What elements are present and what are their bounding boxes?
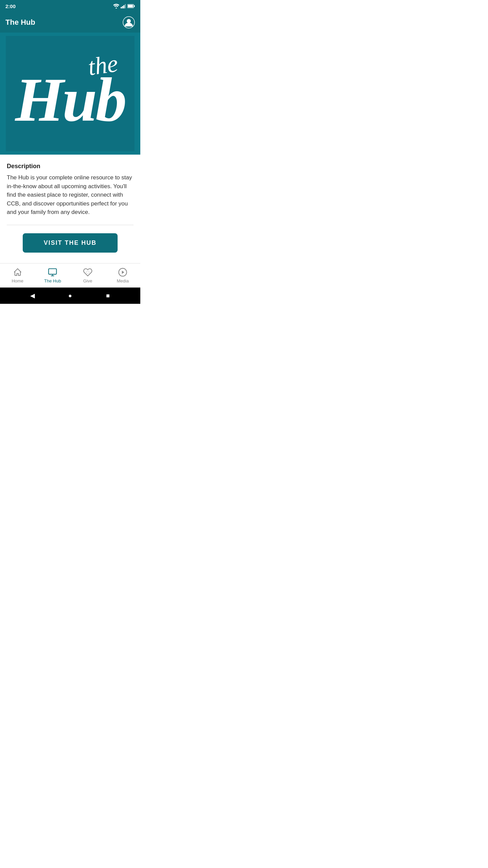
description-text: The Hub is your complete online resource… [7, 173, 134, 217]
status-icons [113, 4, 135, 8]
svg-rect-7 [128, 5, 133, 7]
home-button[interactable]: ● [65, 291, 75, 301]
home-nav-label: Home [12, 278, 23, 283]
svg-point-0 [116, 7, 117, 8]
svg-point-16 [86, 271, 89, 274]
battery-icon [127, 4, 135, 8]
play-icon [118, 268, 127, 277]
svg-rect-2 [122, 6, 123, 8]
nav-item-give[interactable]: Give [76, 268, 100, 283]
media-nav-label: Media [117, 278, 129, 283]
nav-item-the-hub[interactable]: The Hub [41, 268, 64, 283]
nav-item-media[interactable]: Media [111, 268, 135, 283]
give-nav-label: Give [83, 278, 92, 283]
bottom-navigation: Home The Hub Give Media [0, 263, 140, 288]
status-bar: 2:00 [0, 0, 140, 12]
svg-rect-1 [121, 7, 122, 8]
divider [7, 225, 134, 225]
heart-icon [83, 268, 93, 277]
android-nav-bar: ◀ ● ■ [0, 288, 140, 304]
account-icon[interactable] [123, 16, 135, 28]
back-button[interactable]: ◀ [27, 291, 38, 301]
app-header: The Hub [0, 12, 140, 33]
monitor-icon [48, 268, 57, 277]
nav-item-home[interactable]: Home [6, 268, 29, 283]
recent-button[interactable]: ■ [103, 291, 113, 301]
wifi-icon [113, 4, 119, 8]
svg-rect-13 [49, 269, 57, 274]
hero-logo: the Hub [6, 36, 135, 151]
hero-section: the Hub [0, 33, 140, 155]
home-icon [13, 268, 22, 277]
page-title: The Hub [5, 18, 35, 27]
svg-rect-6 [134, 5, 135, 7]
visit-hub-button[interactable]: VISIT THE HUB [23, 233, 118, 253]
svg-rect-3 [123, 5, 124, 8]
signal-icon [121, 4, 126, 8]
content-section: Description The Hub is your complete onl… [0, 155, 140, 262]
svg-marker-18 [122, 271, 124, 274]
description-heading: Description [7, 163, 134, 170]
svg-point-9 [127, 19, 131, 23]
status-time: 2:00 [5, 3, 16, 9]
the-hub-nav-label: The Hub [44, 278, 61, 283]
svg-text:Hub: Hub [15, 65, 125, 134]
svg-rect-4 [125, 4, 126, 8]
